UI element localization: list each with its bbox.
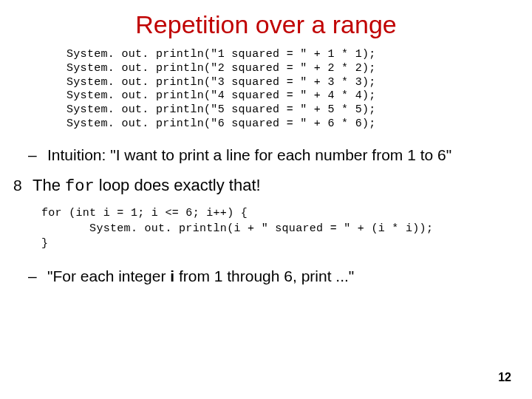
code-line: System. out. println("6 squared = " + 6 … — [66, 117, 376, 130]
intuition-text: Intuition: "I want to print a line for e… — [47, 145, 517, 165]
page-title: Repetition over a range — [0, 0, 532, 48]
code-line: System. out. println("5 squared = " + 5 … — [66, 103, 376, 116]
intuition-bullet: – Intuition: "I want to print a line for… — [28, 145, 517, 165]
for-each-text: "For each integer i from 1 through 6, pr… — [47, 266, 517, 286]
code-block-for-loop: for (int i = 1; i <= 6; i++) { System. o… — [41, 206, 532, 251]
text-fragment: from 1 through 6, print ..." — [174, 267, 354, 284]
content-area: – Intuition: "I want to print a line for… — [0, 145, 532, 198]
code-line: System. out. println("2 squared = " + 2 … — [66, 62, 376, 75]
code-line: System. out. println("3 squared = " + 3 … — [66, 76, 376, 89]
for-loop-bullet: 8 The for loop does exactly that! — [13, 175, 517, 198]
code-line: } — [41, 237, 48, 250]
for-each-bullet: – "For each integer i from 1 through 6, … — [28, 266, 517, 286]
bullet-icon: 8 — [13, 175, 33, 195]
text-fragment: loop does exactly that! — [95, 176, 261, 194]
page-number: 12 — [498, 371, 511, 384]
code-line: System. out. println("1 squared = " + 1 … — [66, 48, 376, 61]
for-loop-text: The for loop does exactly that! — [33, 175, 517, 198]
code-line: System. out. println("4 squared = " + 4 … — [66, 89, 376, 102]
dash-icon: – — [28, 145, 47, 165]
for-keyword: for — [65, 177, 95, 196]
code-block-repetition: System. out. println("1 squared = " + 1 … — [66, 48, 532, 132]
code-line: System. out. println(i + " squared = " +… — [41, 222, 433, 235]
text-fragment: "For each integer — [47, 267, 170, 284]
content-area-2: – "For each integer i from 1 through 6, … — [0, 266, 532, 286]
text-fragment: The — [33, 176, 65, 194]
code-line: for (int i = 1; i <= 6; i++) { — [41, 207, 248, 219]
dash-icon: – — [28, 266, 47, 286]
